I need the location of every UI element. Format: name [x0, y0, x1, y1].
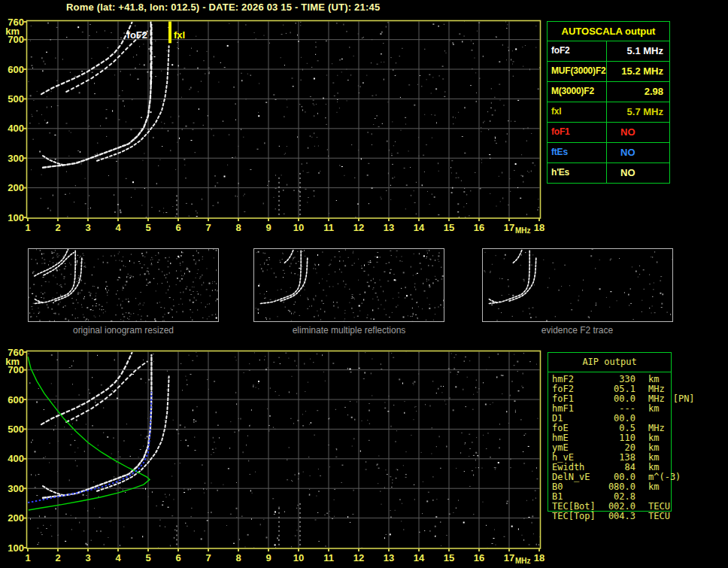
x-axis-unit-label: MHz [515, 226, 531, 235]
parameter-label: foF1 [548, 123, 607, 142]
fxI-marker-label: fxI [174, 29, 185, 41]
x-tick-label: 15 [444, 552, 454, 563]
aip-unit: km [648, 482, 659, 492]
autoscala-row-ftes: ftEsNO [548, 142, 669, 163]
x-tick-label: 12 [353, 222, 364, 233]
thumbnail-caption-evidence: evidence F2 trace [482, 325, 672, 336]
plot-content [28, 351, 541, 549]
autoscala-row-hes: h'EsNO [548, 163, 669, 183]
parameter-value: 15.2 MHz [607, 62, 669, 81]
x-tick-label: 9 [265, 552, 271, 563]
parameter-label: fxI [548, 102, 607, 122]
autoscala-row-fof2: foF25.1 MHz [548, 41, 669, 61]
y-tick-label: 300 [8, 483, 24, 494]
y-tick-label: 200 [8, 512, 24, 524]
x-tick-label: 8 [235, 222, 241, 233]
y-tick-label: 500 [8, 424, 24, 435]
y-axis-unit-label: km [5, 26, 20, 37]
thumbnail-border [483, 249, 673, 322]
x-tick-label: 5 [145, 222, 150, 233]
aip-unit: km [648, 404, 659, 414]
scaled-frequency-markers: foF2fxI [127, 22, 186, 86]
y-tick-label: 600 [8, 394, 24, 405]
x-tick-label: 16 [474, 552, 484, 563]
autoscala-table-rows: foF25.1 MHzMUF(3000)F215.2 MHzM(3000)F22… [548, 41, 669, 183]
y-tick-label: 100 [8, 212, 24, 223]
aip-table-header: AIP output [548, 353, 671, 372]
foF2-marker-label: foF2 [127, 29, 147, 41]
parameter-value: 5.7 MHz [607, 102, 669, 122]
thumbnail-original [29, 249, 219, 322]
x-tick-label: 7 [205, 552, 211, 563]
x-tick-label: 3 [85, 222, 90, 233]
x-tick-label: 3 [85, 552, 90, 563]
x-tick-label: 1 [25, 222, 30, 233]
x-tick-label: 17 [504, 552, 514, 563]
x-tick-label: 7 [205, 222, 211, 233]
parameter-label: foF2 [548, 41, 607, 61]
parameter-value: NO [607, 143, 669, 163]
y-tick-label: 500 [8, 93, 24, 105]
axis-labels: 760700600500400300200100km12345678910111… [5, 347, 544, 566]
aip-output-table: AIP output hmF2330kmfoF205.1MHzfoF100.0M… [548, 352, 672, 512]
parameter-value: NO [607, 123, 669, 142]
x-tick-label: 18 [534, 552, 544, 563]
plot-content [29, 21, 541, 220]
x-tick-label: 13 [384, 222, 394, 233]
thumbnail-border [29, 249, 219, 322]
aip-unit: TECU [648, 512, 670, 521]
x-tick-label: 13 [384, 552, 394, 563]
parameter-value: 5.1 MHz [607, 41, 669, 61]
top-ionogram: foF2fxI760700600500400300200100km1234567… [5, 17, 544, 235]
y-axis-unit-label: km [5, 356, 20, 367]
x-tick-label: 16 [474, 222, 484, 233]
plot-border [27, 21, 541, 219]
autoscala-row-m3000f2: M(3000)F22.98 [548, 81, 669, 102]
parameter-label: M(3000)F2 [548, 82, 607, 102]
grid-lines [28, 352, 540, 548]
bottom-ionogram: 760700600500400300200100km12345678910111… [5, 347, 544, 566]
thumbnail-caption-eliminate: eliminate multiple reflections [253, 325, 444, 336]
y-tick-label: 600 [8, 64, 24, 75]
x-tick-label: 2 [55, 552, 60, 563]
electron-density-profile [28, 357, 150, 510]
x-tick-label: 9 [265, 222, 271, 233]
y-tick-label: 100 [8, 542, 24, 554]
aip-note: [PN] [673, 394, 695, 404]
x-tick-label: 14 [414, 552, 425, 563]
parameter-label: MUF(3000)F2 [548, 62, 607, 81]
aip-table-rows: hmF2330kmfoF205.1MHzfoF100.0MHz[PN]hmF1-… [548, 372, 671, 502]
x-tick-label: 4 [115, 552, 121, 563]
aip-tec-rows: TEC[Bot]002.0TECUTEC[Top]004.3TECU [548, 502, 671, 521]
x-axis-unit-label: MHz [515, 557, 531, 565]
aip-param: TEC[Top] [548, 512, 604, 521]
autoscala-row-muf3000f2: MUF(3000)F215.2 MHz [548, 61, 669, 81]
thumbnail-eliminate [254, 249, 445, 323]
y-tick-label: 400 [8, 123, 24, 134]
parameter-label: ftEs [548, 143, 607, 163]
autoscala-output-table: AUTOSCALA output foF25.1 MHzMUF(3000)F21… [547, 21, 670, 184]
x-tick-label: 14 [414, 222, 425, 233]
x-tick-label: 6 [175, 222, 180, 233]
restored-trace [28, 392, 151, 503]
aip-row-hmf1: hmF1---km [548, 404, 671, 414]
y-tick-label: 300 [8, 153, 24, 164]
autoscala-table-header: AUTOSCALA output [548, 22, 669, 41]
x-tick-label: 4 [115, 222, 121, 233]
plot-border [27, 351, 541, 549]
axis-labels: 760700600500400300200100km12345678910111… [5, 17, 544, 235]
x-tick-label: 11 [323, 222, 334, 233]
x-tick-label: 10 [293, 552, 304, 563]
x-tick-label: 2 [55, 222, 60, 233]
autoscala-row-fof1: foF1NO [548, 122, 669, 142]
thumbnail-caption-original: original ionogram resized [28, 325, 219, 336]
aip-row-b0: B0080.0km [548, 482, 671, 492]
thumbnail-evidence [483, 249, 673, 322]
x-tick-label: 8 [235, 552, 241, 563]
y-tick-label: 200 [8, 182, 24, 193]
autoscala-screen: Rome (lat: +41.8, lon: 012.5) - DATE: 20… [0, 0, 728, 568]
x-tick-label: 1 [25, 552, 30, 563]
autoscala-row-fxi: fxI5.7 MHz [548, 102, 669, 122]
x-tick-label: 5 [145, 552, 150, 563]
axis-ticks [24, 22, 540, 221]
